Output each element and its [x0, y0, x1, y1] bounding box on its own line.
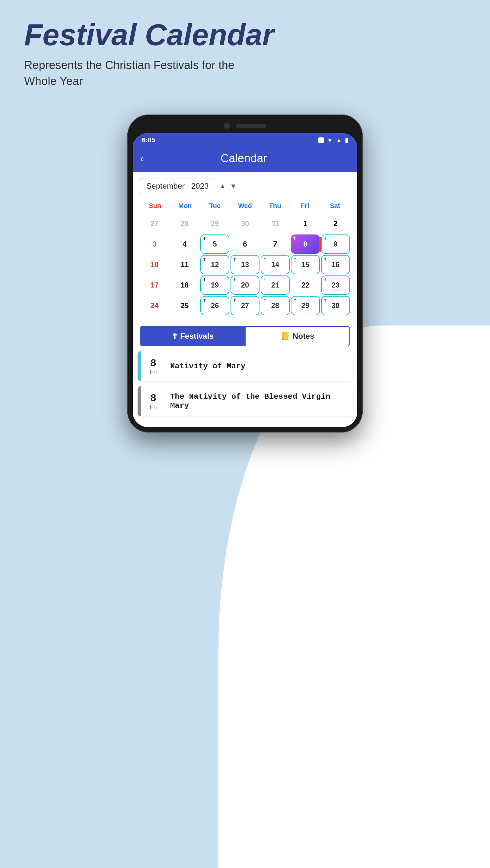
- calendar-day-21[interactable]: ✝16: [321, 255, 350, 274]
- calendar-day-2[interactable]: 28: [170, 214, 199, 233]
- calendar-day-33[interactable]: ✝28: [261, 296, 290, 315]
- front-camera: [224, 123, 230, 129]
- festival-color-bar-2: [138, 386, 141, 416]
- calendar-day-16[interactable]: 11: [170, 255, 199, 274]
- calendar-day-15[interactable]: 10: [140, 255, 169, 274]
- app-header: ‹ Calendar: [133, 147, 357, 172]
- calendar-day-23[interactable]: 18: [170, 276, 199, 295]
- festival-name-2: The Nativity of the Blessed VirginMary: [165, 386, 335, 416]
- calendar-day-10[interactable]: ✝5: [200, 235, 229, 254]
- calendar-day-24[interactable]: ✝19: [200, 276, 229, 295]
- day-header-thu: Thu: [260, 200, 290, 212]
- calendar-section: September 2023 ▲ ▼ Sun Mon Tue Wed Thu F…: [133, 172, 357, 321]
- calendar-day-12[interactable]: 7: [261, 235, 290, 254]
- day-header-sat: Sat: [320, 200, 350, 212]
- festivals-tab[interactable]: ✝ Festivals: [140, 326, 245, 346]
- day-header-mon: Mon: [170, 200, 200, 212]
- calendar-day-1[interactable]: 27: [140, 214, 169, 233]
- battery-icon: ▮: [345, 136, 348, 144]
- festival-list: 8 Fri Nativity of Mary 8 Fri The Nativit…: [133, 351, 357, 427]
- notes-tab[interactable]: 📒 Notes: [245, 326, 350, 346]
- back-button[interactable]: ‹: [140, 152, 144, 165]
- calendar-day-8[interactable]: 3: [140, 235, 169, 254]
- calendar-day-30[interactable]: 25: [170, 296, 199, 315]
- festival-day-name-1: Fri: [150, 369, 156, 375]
- day-headers: Sun Mon Tue Wed Thu Fri Sat: [140, 200, 350, 212]
- calendar-day-32[interactable]: ✝27: [231, 296, 259, 315]
- calendar-day-20[interactable]: ✝15: [291, 255, 320, 274]
- festival-item-1[interactable]: 8 Fri Nativity of Mary: [138, 351, 352, 381]
- tab-buttons: ✝ Festivals 📒 Notes: [140, 326, 350, 346]
- calendar-day-6[interactable]: 1: [291, 214, 320, 233]
- calendar-day-9[interactable]: 4: [170, 235, 199, 254]
- calendar-day-22[interactable]: 17: [140, 276, 169, 295]
- festival-date-2: 8 Fri: [141, 386, 165, 416]
- calendar-day-35[interactable]: ✝30: [321, 296, 350, 315]
- festival-day-name-2: Fri: [150, 404, 156, 410]
- day-header-fri: Fri: [290, 200, 320, 212]
- calendar-day-34[interactable]: ✝29: [291, 296, 320, 315]
- calendar-day-18[interactable]: ✝13: [231, 255, 259, 274]
- festival-color-bar-1: [138, 351, 141, 381]
- festival-item-2[interactable]: 8 Fri The Nativity of the Blessed Virgin…: [138, 386, 352, 416]
- status-square-icon: [318, 137, 324, 143]
- calendar-day-5[interactable]: 31: [261, 214, 290, 233]
- month-year-row: September 2023 ▲ ▼: [140, 178, 350, 194]
- calendar-day-3[interactable]: 29: [200, 214, 229, 233]
- phone-outer: 6:05 ▼ ▲ ▮ ‹ Calendar: [127, 115, 363, 433]
- calendar-day-27[interactable]: 22: [291, 276, 320, 295]
- calendar-day-13[interactable]: ✝8: [291, 235, 320, 254]
- signal-icon: ▲: [336, 137, 342, 144]
- calendar-day-28[interactable]: ✝23: [321, 276, 350, 295]
- festival-date-1: 8 Fri: [141, 351, 165, 381]
- header-area: Festival Calendar Represents the Christi…: [24, 18, 274, 89]
- month-year-box[interactable]: September 2023: [140, 178, 215, 194]
- calendar-day-7[interactable]: 2: [321, 214, 350, 233]
- phone-screen: 6:05 ▼ ▲ ▮ ‹ Calendar: [133, 133, 357, 427]
- calendar-day-19[interactable]: ✝14: [261, 255, 290, 274]
- phone-device: 6:05 ▼ ▲ ▮ ‹ Calendar: [127, 115, 363, 433]
- month-label: September: [146, 181, 185, 190]
- calendar-grid: 27282930311234✝567✝8✝91011✝12✝13✝14✝15✝1…: [140, 214, 350, 315]
- day-header-wed: Wed: [230, 200, 260, 212]
- year-down-arrow[interactable]: ▼: [230, 182, 236, 190]
- calendar-day-29[interactable]: 24: [140, 296, 169, 315]
- status-time: 6:05: [142, 136, 155, 144]
- calendar-day-4[interactable]: 30: [231, 214, 259, 233]
- status-icons: ▼ ▲ ▮: [318, 136, 348, 144]
- calendar-day-11[interactable]: 6: [231, 235, 259, 254]
- phone-top-bar: [133, 120, 357, 133]
- festival-day-num-2: 8: [150, 392, 156, 404]
- festival-name-1: Nativity of Mary: [165, 351, 251, 381]
- app-title: Festival Calendar: [24, 18, 274, 51]
- calendar-day-31[interactable]: ✝26: [200, 296, 229, 315]
- wifi-icon: ▼: [327, 137, 333, 144]
- year-label: 2023: [191, 181, 209, 190]
- calendar-title: Calendar: [150, 152, 338, 165]
- calendar-day-26[interactable]: ✝21: [261, 276, 290, 295]
- calendar-day-17[interactable]: ✝12: [200, 255, 229, 274]
- festival-day-num-1: 8: [150, 357, 156, 369]
- phone-speaker: [236, 124, 266, 128]
- year-up-arrow[interactable]: ▲: [219, 182, 226, 190]
- calendar-day-14[interactable]: ✝9: [321, 235, 350, 254]
- day-header-tue: Tue: [200, 200, 230, 212]
- calendar-day-25[interactable]: ✝20: [231, 276, 259, 295]
- status-bar: 6:05 ▼ ▲ ▮: [133, 133, 357, 147]
- app-subtitle: Represents the Christian Festivals for t…: [24, 57, 274, 89]
- day-header-sun: Sun: [140, 200, 170, 212]
